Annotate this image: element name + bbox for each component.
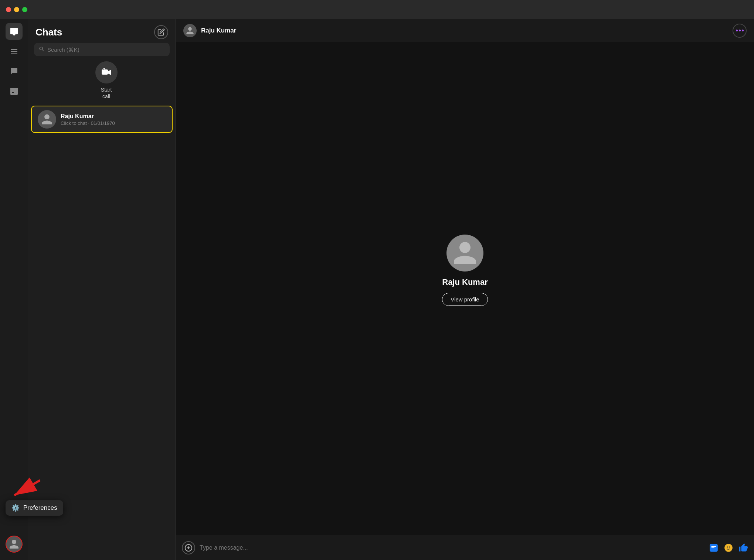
view-profile-button[interactable]: View profile bbox=[442, 293, 488, 306]
search-bar[interactable] bbox=[34, 43, 170, 56]
titlebar bbox=[0, 0, 754, 19]
sidebar-item-marketplace[interactable] bbox=[6, 43, 23, 60]
close-button[interactable] bbox=[6, 7, 11, 12]
sidebar-title: Chats bbox=[35, 27, 62, 38]
add-attachment-button[interactable] bbox=[182, 541, 195, 554]
compose-icon bbox=[157, 28, 165, 36]
start-call-icon bbox=[101, 67, 112, 78]
dot1 bbox=[736, 30, 738, 31]
chat-avatar bbox=[38, 110, 56, 129]
chat-item-raju-kumar[interactable]: Raju Kumar Click to chat · 01/01/1970 bbox=[31, 106, 173, 133]
search-input[interactable] bbox=[47, 47, 165, 53]
action-buttons bbox=[709, 543, 748, 553]
message-input[interactable] bbox=[200, 544, 704, 551]
sticker-icon bbox=[709, 543, 719, 553]
minimize-button[interactable] bbox=[14, 7, 19, 12]
profile-name: Raju Kumar bbox=[442, 277, 488, 287]
chat-header-avatar-icon bbox=[186, 26, 194, 35]
chat-name: Raju Kumar bbox=[61, 113, 166, 120]
more-options-button[interactable] bbox=[733, 24, 747, 38]
svg-point-11 bbox=[727, 546, 728, 547]
sticker-button[interactable] bbox=[709, 543, 719, 553]
profile-avatar-icon bbox=[454, 242, 476, 264]
sidebar-item-archive[interactable] bbox=[6, 83, 23, 100]
sidebar-header: Chats bbox=[28, 19, 176, 43]
user-avatar-icon bbox=[9, 539, 20, 550]
svg-point-10 bbox=[724, 544, 733, 552]
profile-avatar-large bbox=[446, 235, 483, 272]
sidebar-item-chats[interactable] bbox=[6, 23, 23, 40]
icon-bar-bottom: ⚙️ Preferences bbox=[6, 536, 23, 553]
maximize-button[interactable] bbox=[22, 7, 27, 12]
marketplace-icon bbox=[10, 47, 18, 56]
app-container: ⚙️ Preferences Chats bbox=[0, 19, 754, 560]
like-icon bbox=[738, 543, 748, 553]
profile-center: Raju Kumar View profile bbox=[176, 42, 754, 535]
chat-area: Raju Kumar Raju Kumar View profile bbox=[176, 19, 754, 560]
chat-info: Raju Kumar Click to chat · 01/01/1970 bbox=[61, 113, 166, 126]
traffic-lights bbox=[6, 7, 27, 12]
new-chat-button[interactable] bbox=[154, 25, 168, 39]
comments-icon bbox=[10, 67, 18, 76]
like-button[interactable] bbox=[738, 543, 748, 553]
dot2 bbox=[739, 30, 741, 31]
dot3 bbox=[742, 30, 744, 31]
message-input-bar bbox=[176, 535, 754, 560]
chat-list: Raju Kumar Click to chat · 01/01/1970 bbox=[28, 106, 176, 560]
start-call-button[interactable]: Startcall bbox=[37, 61, 176, 100]
chat-sub: Click to chat · 01/01/1970 bbox=[61, 120, 166, 126]
search-icon bbox=[38, 46, 44, 53]
chat-header-avatar bbox=[183, 24, 197, 37]
chats-icon bbox=[10, 27, 18, 36]
archive-icon bbox=[10, 87, 18, 96]
chat-header-name: Raju Kumar bbox=[201, 27, 236, 34]
plus-icon bbox=[184, 544, 193, 552]
chat-header: Raju Kumar bbox=[176, 19, 754, 42]
sidebar: Chats bbox=[28, 19, 176, 560]
chat-avatar-icon bbox=[41, 113, 53, 126]
svg-point-12 bbox=[729, 546, 730, 547]
chat-header-left: Raju Kumar bbox=[183, 24, 236, 37]
user-avatar[interactable] bbox=[6, 536, 23, 553]
video-icon bbox=[95, 61, 118, 83]
sidebar-item-comments[interactable] bbox=[6, 63, 23, 80]
emoji-button[interactable] bbox=[724, 543, 733, 553]
svg-rect-2 bbox=[102, 69, 108, 75]
emoji-icon bbox=[724, 543, 733, 553]
start-call-label: Startcall bbox=[101, 86, 112, 100]
icon-bar: ⚙️ Preferences bbox=[0, 19, 28, 560]
